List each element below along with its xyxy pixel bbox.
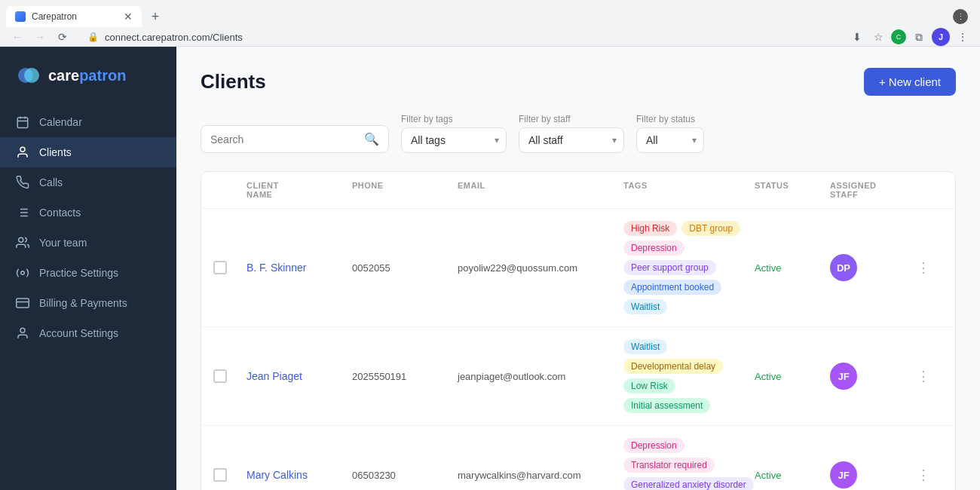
client-phone-piaget: 2025550191 bbox=[352, 371, 458, 382]
client-email-piaget: jeanpiaget@outlook.com bbox=[458, 371, 623, 382]
filter-staff-select[interactable]: All staff bbox=[519, 127, 624, 153]
client-status-skinner: Active bbox=[755, 262, 830, 274]
tab-close-btn[interactable]: ✕ bbox=[124, 11, 133, 23]
filter-staff-select-wrap[interactable]: All staff bbox=[519, 127, 624, 153]
sidebar-team-label: Your team bbox=[39, 237, 87, 249]
client-name-piaget[interactable]: Jean Piaget bbox=[247, 370, 352, 382]
th-name: CLIENTNAME bbox=[247, 181, 352, 199]
sidebar-item-account-settings[interactable]: Account Settings bbox=[0, 318, 176, 348]
filter-status-label: Filter by status bbox=[636, 114, 704, 124]
sidebar-calendar-label: Calendar bbox=[39, 116, 82, 128]
client-phone-calkins: 06503230 bbox=[352, 470, 458, 481]
address-bar: ← → ⟳ 🔒 connect.carepatron.com/Clients ⬇… bbox=[0, 27, 980, 47]
filter-status-select-wrap[interactable]: All bbox=[636, 127, 704, 153]
sidebar-item-your-team[interactable]: Your team bbox=[0, 228, 176, 258]
new-client-button[interactable]: + New client bbox=[864, 68, 956, 96]
row-checkbox[interactable] bbox=[213, 261, 247, 274]
lock-icon: 🔒 bbox=[87, 32, 99, 42]
sidebar-item-clients[interactable]: Clients bbox=[0, 137, 176, 167]
tag-generalized-anxiety[interactable]: Generalized anxiety disorder bbox=[623, 477, 754, 490]
sidebar-logo: carepatron bbox=[0, 47, 176, 101]
extensions-btn[interactable]: ⧉ bbox=[911, 29, 927, 45]
client-avatar-skinner: DP bbox=[830, 254, 913, 281]
tag-waitlist-skinner[interactable]: Waitlist bbox=[623, 299, 667, 314]
profile-button[interactable]: J bbox=[932, 28, 950, 46]
row-checkbox[interactable] bbox=[213, 468, 247, 482]
tab-bar: Carepatron ✕ + ⋮ bbox=[0, 0, 980, 27]
row-more-options-calkins[interactable]: ⋮ bbox=[913, 464, 934, 485]
filter-tags-select-wrap[interactable]: All tags bbox=[401, 127, 507, 153]
table-row: B. F. Skinner 0052055 poyoliw229@quossum… bbox=[201, 209, 955, 327]
tag-appointment-booked[interactable]: Appointment booked bbox=[623, 280, 721, 295]
tag-developmental-delay[interactable]: Developmental delay bbox=[623, 359, 723, 374]
sidebar-billing-label: Billing & Payments bbox=[39, 297, 127, 309]
th-tags: TAGS bbox=[623, 181, 755, 199]
clients-table: CLIENTNAME PHONE EMAIL TAGS STATUS ASSIG… bbox=[201, 171, 956, 490]
th-checkbox bbox=[213, 181, 247, 199]
extension-btn[interactable]: C bbox=[891, 29, 906, 44]
client-tags-calkins: Depression Translator required Generaliz… bbox=[623, 438, 755, 490]
table-row: Mary Calkins 06503230 marywcalkins@harva… bbox=[201, 426, 955, 490]
client-tags-piaget: Waitlist Developmental delay Low Risk In… bbox=[623, 339, 755, 413]
row-more-options-piaget[interactable]: ⋮ bbox=[913, 366, 934, 387]
tag-dbt-group[interactable]: DBT group bbox=[681, 221, 740, 236]
sidebar-account-label: Account Settings bbox=[39, 327, 118, 339]
sidebar-nav: Calendar Clients Calls Contacts bbox=[0, 101, 176, 490]
filter-tags-select[interactable]: All tags bbox=[401, 127, 507, 153]
client-name-calkins[interactable]: Mary Calkins bbox=[247, 469, 352, 481]
refresh-button[interactable]: ⟳ bbox=[54, 29, 71, 45]
table-row: Jean Piaget 2025550191 jeanpiaget@outloo… bbox=[201, 327, 955, 426]
tag-peer-support[interactable]: Peer support group bbox=[623, 260, 716, 275]
browser-menu-btn[interactable]: ⋮ bbox=[954, 29, 971, 45]
forward-button[interactable]: → bbox=[32, 29, 48, 45]
back-button[interactable]: ← bbox=[9, 29, 26, 45]
contacts-icon bbox=[15, 205, 30, 220]
main-content: Clients + New client 🔍 Filter by tags Al… bbox=[176, 47, 980, 490]
tag-initial-assessment[interactable]: Initial assessment bbox=[623, 398, 710, 413]
tag-translator-required[interactable]: Translator required bbox=[623, 458, 715, 473]
filter-staff-label: Filter by staff bbox=[519, 114, 624, 124]
th-email: EMAIL bbox=[458, 181, 623, 199]
active-tab[interactable]: Carepatron ✕ bbox=[6, 6, 142, 27]
filter-status-select[interactable]: All bbox=[636, 127, 704, 153]
address-input-wrap[interactable]: 🔒 connect.carepatron.com/Clients bbox=[77, 29, 843, 45]
calendar-icon bbox=[15, 115, 30, 130]
client-avatar-piaget: JF bbox=[830, 363, 913, 390]
address-text: connect.carepatron.com/Clients bbox=[105, 32, 243, 43]
download-btn[interactable]: ⬇ bbox=[849, 29, 865, 45]
client-name-skinner[interactable]: B. F. Skinner bbox=[247, 262, 352, 274]
sidebar-item-contacts[interactable]: Contacts bbox=[0, 198, 176, 228]
tag-high-risk[interactable]: High Risk bbox=[623, 221, 677, 236]
sidebar-item-billing[interactable]: Billing & Payments bbox=[0, 288, 176, 318]
search-box[interactable]: 🔍 bbox=[201, 125, 389, 153]
sidebar-clients-label: Clients bbox=[39, 146, 72, 158]
client-avatar-calkins: JF bbox=[830, 461, 913, 488]
sidebar-item-calendar[interactable]: Calendar bbox=[0, 107, 176, 137]
svg-point-17 bbox=[20, 328, 25, 332]
filter-staff-group: Filter by staff All staff bbox=[519, 114, 624, 153]
tag-waitlist-piaget[interactable]: Waitlist bbox=[623, 339, 667, 354]
logo-text: carepatron bbox=[48, 67, 126, 84]
filter-tags-group: Filter by tags All tags bbox=[401, 114, 507, 153]
row-more-options-skinner[interactable]: ⋮ bbox=[913, 257, 934, 278]
browser-menu[interactable]: ⋮ bbox=[953, 9, 968, 24]
sidebar-item-calls[interactable]: Calls bbox=[0, 167, 176, 198]
sidebar-calls-label: Calls bbox=[39, 176, 63, 188]
team-icon bbox=[15, 235, 30, 250]
tag-depression-calkins[interactable]: Depression bbox=[623, 438, 684, 453]
sidebar-item-practice-settings[interactable]: Practice Settings bbox=[0, 258, 176, 288]
new-tab-button[interactable]: + bbox=[145, 6, 166, 27]
sidebar: carepatron Calendar Clients Calls bbox=[0, 47, 176, 490]
tag-depression[interactable]: Depression bbox=[623, 240, 684, 256]
search-input[interactable] bbox=[210, 133, 358, 145]
th-phone: PHONE bbox=[352, 181, 458, 199]
account-settings-icon bbox=[15, 326, 30, 341]
tag-low-risk[interactable]: Low Risk bbox=[623, 378, 675, 394]
row-checkbox[interactable] bbox=[213, 369, 247, 383]
th-actions bbox=[913, 181, 943, 199]
logo-icon bbox=[15, 62, 42, 89]
bookmark-btn[interactable]: ☆ bbox=[870, 29, 887, 45]
avatar-jf-piaget: JF bbox=[830, 363, 857, 390]
avatar-dp: DP bbox=[830, 254, 857, 281]
client-status-calkins: Active bbox=[755, 470, 830, 481]
